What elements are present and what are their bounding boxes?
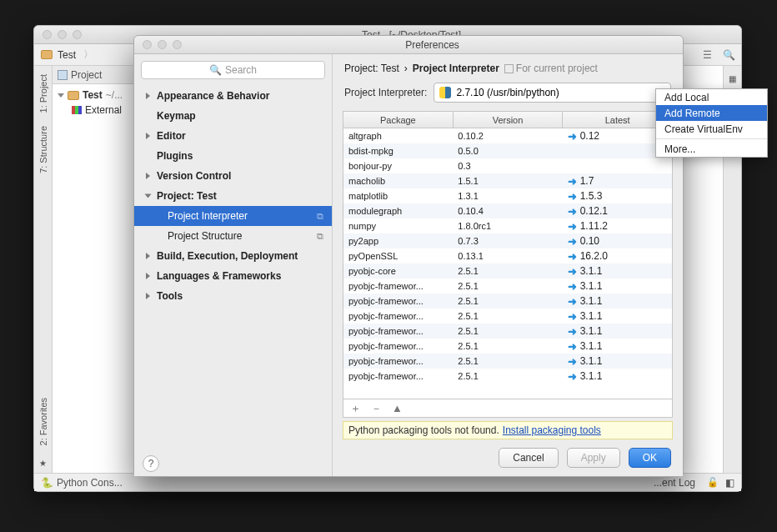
table-row[interactable]: pyobjc-framewor...2.5.1➜3.1.1: [343, 324, 672, 339]
pref-search[interactable]: 🔍 Search: [141, 61, 325, 79]
pref-editor[interactable]: Editor: [134, 126, 332, 146]
tab-favorites[interactable]: 2: Favorites: [37, 393, 50, 450]
table-row[interactable]: bdist-mpkg0.5.0: [343, 143, 672, 158]
table-row[interactable]: py2app0.7.3➜0.10: [343, 233, 672, 248]
cell-package: altgraph: [343, 131, 453, 141]
cancel-button[interactable]: Cancel: [499, 448, 558, 468]
add-package-button[interactable]: ＋: [350, 401, 361, 416]
folder-icon: [41, 50, 53, 59]
pref-vcs[interactable]: Version Control: [134, 166, 332, 186]
breadcrumb-sep: 〉: [83, 48, 93, 62]
table-row[interactable]: pyobjc-framewor...2.5.1➜3.1.1: [343, 339, 672, 354]
pref-project-interpreter[interactable]: Project Interpreter⧉: [134, 206, 332, 226]
table-row[interactable]: macholib1.5.1➜1.7: [343, 173, 672, 188]
cell-package: pyobjc-framewor...: [343, 281, 453, 291]
table-row[interactable]: modulegraph0.10.4➜0.12.1: [343, 203, 672, 218]
event-log-label: ...ent Log: [654, 477, 695, 489]
upgrade-arrow-icon: ➜: [568, 175, 577, 188]
cell-version: 2.5.1: [453, 371, 562, 381]
table-row[interactable]: bonjour-py0.3: [343, 158, 672, 173]
apply-button[interactable]: Apply: [567, 448, 620, 468]
pref-build[interactable]: Build, Execution, Deployment: [134, 246, 332, 266]
db-icon[interactable]: ▦: [727, 69, 738, 88]
help-button[interactable]: ?: [143, 455, 159, 472]
package-table: Package Version Latest altgraph0.10.2➜0.…: [343, 111, 673, 418]
cell-package: pyobjc-framewor...: [343, 296, 453, 306]
cell-version: 1.3.1: [453, 191, 562, 201]
ok-button[interactable]: OK: [629, 448, 671, 468]
menu-add-local[interactable]: Add Local: [656, 89, 767, 105]
chevron-down-icon: [58, 93, 64, 98]
traffic-lights[interactable]: [34, 30, 82, 39]
pref-button-bar: Cancel Apply OK: [333, 439, 683, 476]
table-row[interactable]: pyobjc-framewor...2.5.1➜3.1.1: [343, 369, 672, 384]
upgrade-package-button[interactable]: ▲: [392, 402, 403, 414]
pref-keymap[interactable]: Keymap: [134, 106, 332, 126]
table-row[interactable]: pyobjc-framewor...2.5.1➜3.1.1: [343, 309, 672, 324]
cell-version: 2.5.1: [453, 311, 562, 321]
upgrade-arrow-icon: ➜: [568, 250, 577, 263]
tab-project[interactable]: 1: Project: [37, 69, 50, 118]
table-row[interactable]: matplotlib1.3.1➜1.5.3: [343, 188, 672, 203]
list-icon[interactable]: ☰: [703, 49, 714, 61]
interpreter-select[interactable]: 2.7.10 (/usr/bin/python) ▲▼: [434, 83, 671, 103]
cell-latest: ➜0.10: [563, 235, 672, 248]
table-row[interactable]: pyOpenSSL0.13.1➜16.2.0: [343, 248, 672, 263]
star-icon[interactable]: ★: [38, 454, 48, 473]
upgrade-arrow-icon: ➜: [568, 295, 577, 308]
col-version[interactable]: Version: [454, 112, 564, 128]
lock-icon[interactable]: 🔓: [707, 477, 719, 488]
status-indicator-icon[interactable]: ◧: [725, 477, 734, 489]
packaging-notice: Python packaging tools not found. Instal…: [343, 421, 673, 439]
cell-latest: ➜3.1.1: [563, 340, 672, 353]
table-row[interactable]: numpy1.8.0rc1➜1.11.2: [343, 218, 672, 233]
cell-version: 0.7.3: [453, 236, 562, 246]
package-rows[interactable]: altgraph0.10.2➜0.12bdist-mpkg0.5.0bonjou…: [343, 128, 672, 399]
cell-version: 2.5.1: [453, 266, 562, 276]
copy-icon: ⧉: [317, 231, 323, 242]
table-row[interactable]: pyobjc-framewor...2.5.1➜3.1.1: [343, 354, 672, 369]
pref-tools[interactable]: Tools: [134, 286, 332, 306]
cell-package: bdist-mpkg: [343, 146, 453, 156]
cell-package: bonjour-py: [343, 161, 453, 171]
preferences-dialog: Preferences 🔍 Search Appearance & Behavi…: [133, 35, 684, 477]
table-row[interactable]: pyobjc-framewor...2.5.1➜3.1.1: [343, 294, 672, 309]
traffic-lights[interactable]: [134, 40, 182, 49]
table-row[interactable]: pyobjc-core2.5.1➜3.1.1: [343, 263, 672, 279]
crumb-interpreter: Project Interpreter: [413, 63, 499, 74]
notice-text: Python packaging tools not found.: [348, 424, 499, 436]
python-console-tab[interactable]: 🐍 Python Cons...: [41, 477, 123, 489]
pref-appearance[interactable]: Appearance & Behavior: [134, 86, 332, 106]
pref-content: Project: Test › Project Interpreter For …: [333, 54, 683, 476]
menu-add-remote[interactable]: Add Remote: [656, 105, 767, 121]
package-toolbar: ＋ － ▲: [343, 399, 672, 417]
tab-structure[interactable]: 7: Structure: [37, 121, 50, 178]
pref-lang[interactable]: Languages & Frameworks: [134, 266, 332, 286]
menu-separator: [656, 138, 767, 139]
cell-package: numpy: [343, 221, 453, 231]
cell-version: 1.8.0rc1: [453, 221, 562, 231]
project-pane-title: Project: [71, 69, 102, 81]
menu-more[interactable]: More...: [656, 141, 767, 157]
table-row[interactable]: pyobjc-framewor...2.5.1➜3.1.1: [343, 279, 672, 294]
pref-project-structure[interactable]: Project Structure⧉: [134, 226, 332, 246]
python-icon: [439, 87, 451, 98]
upgrade-arrow-icon: ➜: [568, 265, 577, 278]
search-icon[interactable]: 🔍: [723, 49, 734, 61]
breadcrumb[interactable]: Test: [58, 49, 76, 61]
table-row[interactable]: altgraph0.10.2➜0.12: [343, 128, 672, 143]
cell-version: 0.13.1: [453, 251, 562, 261]
interpreter-label: Project Interpreter:: [344, 87, 427, 98]
cell-package: pyOpenSSL: [343, 251, 453, 261]
menu-create-venv[interactable]: Create VirtualEnv: [656, 121, 767, 137]
pref-plugins[interactable]: Plugins: [134, 146, 332, 166]
remove-package-button[interactable]: －: [371, 401, 382, 416]
pref-project[interactable]: Project: Test: [134, 186, 332, 206]
crumb-project: Project: Test: [344, 63, 399, 74]
install-tools-link[interactable]: Install packaging tools: [503, 424, 601, 436]
event-log-tab[interactable]: ...ent Log: [654, 477, 695, 489]
crumb-badge: For current project: [504, 63, 598, 74]
cell-package: pyobjc-framewor...: [343, 311, 453, 321]
cell-package: pyobjc-framewor...: [343, 356, 453, 366]
col-package[interactable]: Package: [343, 112, 454, 128]
